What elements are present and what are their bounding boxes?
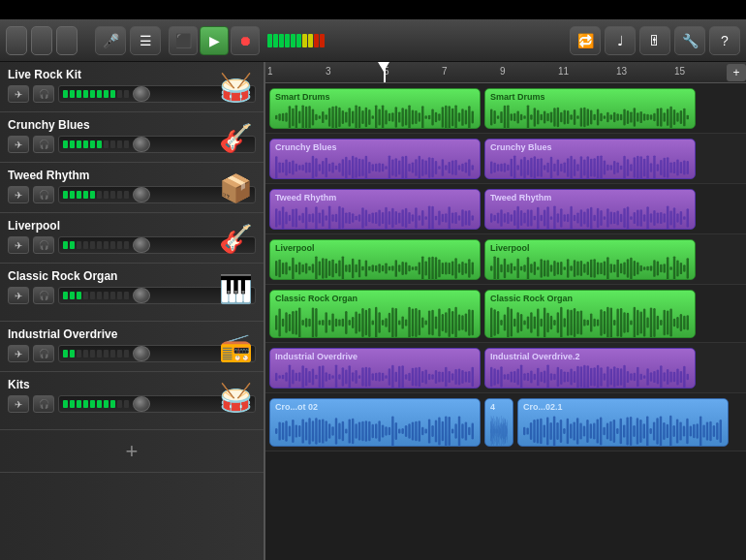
- mixer-button[interactable]: 🎚: [639, 26, 670, 55]
- clip-6-2[interactable]: Cro...02.1: [517, 398, 729, 447]
- fader-knob-3[interactable]: [133, 237, 150, 253]
- svg-rect-622: [349, 365, 351, 388]
- clip-label-4-1: Classic Rock Organ: [490, 294, 690, 303]
- stop-button[interactable]: ⬛: [169, 26, 198, 55]
- clip-0-0[interactable]: Smart Drums: [269, 88, 481, 129]
- svg-rect-598: [683, 315, 685, 328]
- svg-rect-392: [382, 264, 384, 271]
- clip-2-0[interactable]: Tweed Rhythm: [269, 189, 481, 230]
- clip-3-0[interactable]: Liverpool: [269, 239, 481, 280]
- clip-1-1[interactable]: Crunchy Blues: [484, 139, 696, 179]
- svg-rect-1: [278, 113, 280, 120]
- clip-2-1[interactable]: Tweed Rhythm: [484, 189, 696, 230]
- track-mute-5[interactable]: ✈: [8, 345, 29, 362]
- svg-rect-147: [365, 155, 367, 178]
- clip-5-1[interactable]: Industrial Overdrive.2: [484, 348, 696, 389]
- svg-rect-155: [391, 159, 393, 175]
- svg-rect-9: [305, 106, 307, 127]
- track-mute-1[interactable]: ✈: [8, 136, 29, 153]
- svg-rect-31: [378, 109, 380, 125]
- timeline-ruler: 13579111315 +: [265, 62, 746, 83]
- track-headphone-3[interactable]: 🎧: [33, 236, 54, 254]
- svg-rect-638: [401, 365, 403, 388]
- fader-knob-2[interactable]: [133, 187, 150, 202]
- svg-rect-284: [421, 210, 423, 226]
- svg-rect-222: [630, 164, 632, 171]
- svg-rect-57: [465, 109, 467, 124]
- svg-rect-264: [355, 215, 357, 220]
- fader-knob-4[interactable]: [133, 288, 150, 303]
- track-headphone-2[interactable]: 🎧: [33, 186, 54, 203]
- fader-knob-0[interactable]: [133, 86, 150, 102]
- track-mute-0[interactable]: ✈: [8, 85, 29, 103]
- track-headphone-0[interactable]: 🎧: [33, 85, 54, 103]
- svg-rect-142: [349, 160, 351, 175]
- svg-rect-847: [546, 417, 548, 445]
- svg-rect-247: [298, 215, 300, 221]
- svg-rect-590: [657, 315, 659, 328]
- svg-rect-63: [500, 110, 502, 122]
- track-headphone-6[interactable]: 🎧: [33, 395, 54, 413]
- clip-label-5-1: Industrial Overdrive.2: [490, 352, 690, 361]
- play-button[interactable]: ▶: [200, 26, 229, 55]
- svg-rect-607: [298, 372, 300, 381]
- mic-button[interactable]: 🎤: [95, 26, 126, 55]
- svg-rect-659: [472, 366, 474, 387]
- svg-rect-376: [328, 261, 330, 276]
- track-headphone-1[interactable]: 🎧: [33, 136, 54, 153]
- track-mute-4[interactable]: ✈: [8, 287, 29, 304]
- clip-0-1[interactable]: Smart Drums: [484, 88, 696, 129]
- svg-rect-647: [431, 374, 433, 380]
- my-songs-button[interactable]: [6, 26, 27, 55]
- svg-rect-308: [516, 205, 518, 229]
- svg-rect-157: [398, 160, 400, 174]
- svg-rect-560: [557, 312, 559, 333]
- svg-rect-750: [375, 423, 377, 439]
- fader-knob-6[interactable]: [133, 396, 150, 412]
- transport-group: ⬛ ▶ ⏺: [169, 26, 260, 55]
- record-button[interactable]: ⏺: [231, 26, 260, 55]
- fader-knob-1[interactable]: [133, 137, 150, 152]
- undo-button[interactable]: [56, 26, 78, 55]
- svg-rect-610: [308, 370, 310, 382]
- track-mute-2[interactable]: ✈: [8, 186, 29, 203]
- clip-4-1[interactable]: Classic Rock Organ: [484, 290, 696, 338]
- playhead[interactable]: [384, 62, 386, 82]
- clip-4-0[interactable]: Classic Rock Organ: [269, 290, 481, 338]
- fader-knob-5[interactable]: [133, 346, 150, 361]
- svg-rect-852: [563, 428, 565, 434]
- add-track-button[interactable]: +: [0, 430, 264, 473]
- clip-6-0[interactable]: Cro...ot 02: [269, 398, 481, 447]
- svg-rect-742: [349, 419, 351, 443]
- svg-rect-440: [557, 262, 559, 274]
- svg-rect-518: [401, 316, 403, 328]
- svg-rect-623: [352, 372, 354, 381]
- help-button[interactable]: ?: [709, 26, 740, 55]
- clip-label-3-1: Liverpool: [490, 243, 690, 253]
- svg-rect-134: [322, 161, 324, 174]
- svg-rect-416: [461, 262, 463, 275]
- waveform-6-1: [490, 414, 508, 447]
- svg-rect-241: [278, 210, 280, 225]
- svg-rect-129: [305, 162, 307, 172]
- track-mute-3[interactable]: ✈: [8, 236, 29, 254]
- svg-rect-393: [385, 263, 387, 273]
- loop-button[interactable]: 🔁: [570, 26, 601, 55]
- track-headphone-4[interactable]: 🎧: [33, 287, 54, 304]
- svg-rect-531: [445, 312, 447, 333]
- svg-rect-221: [627, 159, 629, 176]
- svg-rect-843: [533, 420, 535, 443]
- list-button[interactable]: ☰: [130, 26, 161, 55]
- add-column-button[interactable]: +: [727, 64, 746, 81]
- track-mute-6[interactable]: ✈: [8, 395, 29, 413]
- svg-rect-166: [428, 157, 430, 177]
- instruments-button[interactable]: [31, 26, 52, 55]
- clip-1-0[interactable]: Crunchy Blues: [269, 139, 481, 179]
- metronome-button[interactable]: ♩: [605, 26, 636, 55]
- clip-6-1[interactable]: 4: [484, 398, 513, 447]
- track-headphone-5[interactable]: 🎧: [33, 345, 54, 362]
- clip-3-1[interactable]: Liverpool: [484, 239, 696, 280]
- svg-rect-541: [493, 309, 495, 336]
- settings-button[interactable]: 🔧: [674, 26, 705, 55]
- clip-5-0[interactable]: Industrial Overdrive: [269, 348, 481, 389]
